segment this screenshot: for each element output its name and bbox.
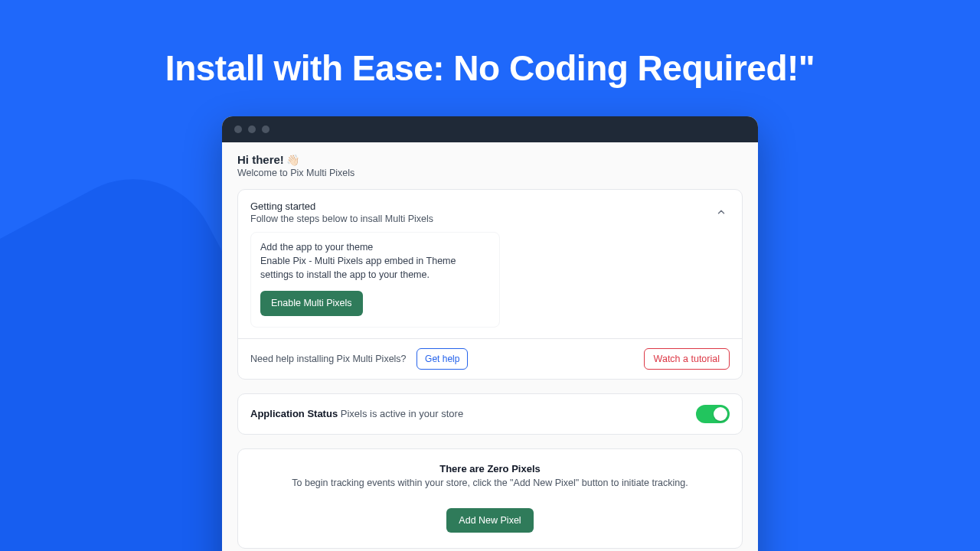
greeting-title: Hi there!	[237, 153, 284, 166]
help-text: Need help installing Pix Multi Pixels?	[250, 354, 407, 364]
window-control-minimize-icon[interactable]	[248, 126, 256, 133]
getting-started-footer: Need help installing Pix Multi Pixels? G…	[238, 338, 742, 379]
getting-started-subtitle: Follow the steps below to insall Multi P…	[250, 214, 433, 224]
getting-started-card: Getting started Follow the steps below t…	[237, 189, 743, 380]
watch-tutorial-button[interactable]: Watch a tutorial	[644, 348, 730, 370]
empty-body: To begin tracking events within your sto…	[250, 478, 730, 488]
empty-title: There are Zero Pixels	[250, 463, 730, 474]
application-status-toggle[interactable]	[696, 405, 730, 423]
getting-started-header: Getting started Follow the steps below t…	[250, 201, 433, 224]
toggle-knob	[714, 407, 727, 421]
browser-window: Hi there! 👋🏻 Welcome to Pix Multi Pixels…	[222, 116, 758, 551]
pixels-empty-state-card: There are Zero Pixels To begin tracking …	[237, 448, 743, 549]
getting-started-title: Getting started	[250, 201, 433, 212]
greeting: Hi there! 👋🏻 Welcome to Pix Multi Pixels	[237, 153, 743, 178]
browser-titlebar	[222, 116, 758, 142]
chevron-up-icon	[716, 207, 727, 217]
app-body: Hi there! 👋🏻 Welcome to Pix Multi Pixels…	[222, 142, 758, 551]
step-add-to-theme: Add the app to your theme Enable Pix - M…	[250, 232, 500, 328]
status-label: Application Status	[250, 408, 338, 419]
window-control-zoom-icon[interactable]	[262, 126, 270, 133]
step-title: Add the app to your theme	[260, 240, 490, 254]
status-message: Pixels is active in your store	[341, 408, 463, 419]
window-control-close-icon[interactable]	[234, 126, 242, 133]
waving-hand-icon: 👋🏻	[286, 154, 299, 166]
get-help-button[interactable]: Get help	[416, 348, 468, 370]
greeting-subtitle: Welcome to Pix Multi Pixels	[237, 168, 743, 178]
page-headline: Install with Ease: No Coding Required!"	[0, 0, 980, 116]
step-body: Enable Pix - Multi Pixels app embed in T…	[260, 254, 490, 282]
application-status-text: Application Status Pixels is active in y…	[250, 408, 463, 419]
collapse-toggle[interactable]	[713, 204, 730, 220]
enable-multi-pixels-button[interactable]: Enable Multi Pixels	[260, 291, 363, 316]
add-new-pixel-button[interactable]: Add New Pixel	[446, 508, 533, 533]
application-status-card: Application Status Pixels is active in y…	[237, 393, 743, 435]
